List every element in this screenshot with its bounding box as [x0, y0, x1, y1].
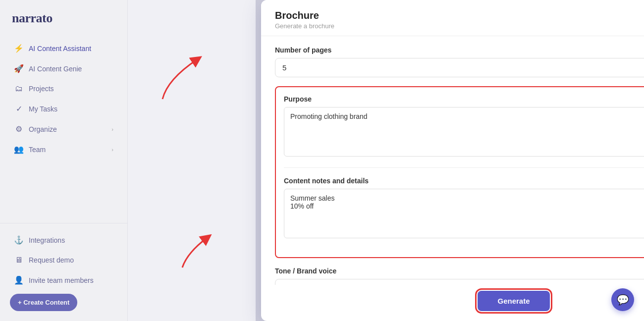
purpose-textarea-wrap: Promoting clothing brand	[284, 107, 644, 159]
sidebar-item-integrations[interactable]: ⚓ Integrations	[4, 230, 123, 250]
sidebar-item-label: Integrations	[29, 236, 65, 244]
modal-header-left: Brochure Generate a brochure	[275, 10, 334, 30]
annotation-arrow-2	[177, 233, 227, 274]
tone-select[interactable]: Friendly Professional Casual Formal Witt…	[275, 279, 644, 285]
sidebar-item-label: Request demo	[29, 256, 74, 264]
content-char-count: 20 / 10000	[284, 242, 644, 249]
sidebar-item-ai-content-assistant[interactable]: ⚡ AI Content Assistant	[4, 39, 123, 58]
purpose-label: Purpose	[284, 95, 644, 103]
modal-header: Brochure Generate a brochure ×	[261, 0, 644, 36]
sidebar-item-label: Invite team members	[29, 276, 94, 284]
section-divider	[284, 167, 644, 168]
modal-body: Number of pages ▲ ▼ Purpose Promoting c	[261, 36, 644, 285]
sidebar-item-label: AI Content Assistant	[29, 45, 91, 53]
sidebar-nav: ⚡ AI Content Assistant 🚀 AI Content Geni…	[0, 34, 127, 223]
ai-assistant-icon: ⚡	[14, 44, 24, 53]
purpose-char-count: 24 / 10000	[284, 160, 644, 167]
chevron-down-icon: ›	[111, 126, 113, 132]
number-of-pages-group: Number of pages ▲ ▼	[275, 46, 644, 77]
modal-backdrop: Brochure Generate a brochure × Number of…	[256, 0, 644, 321]
sidebar-item-organize[interactable]: ⚙ Organize ›	[4, 119, 123, 139]
logo-area: nаrrato	[0, 0, 127, 34]
modal-subtitle: Generate a brochure	[275, 22, 334, 30]
tasks-icon: ✓	[14, 104, 24, 113]
sidebar-item-my-tasks[interactable]: ✓ My Tasks	[4, 99, 123, 118]
brochure-modal: Brochure Generate a brochure × Number of…	[261, 0, 644, 321]
sidebar-item-request-demo[interactable]: 🖥 Request demo	[4, 251, 123, 269]
content-notes-label: Content notes and details	[284, 177, 644, 185]
annotation-arrow-1	[158, 50, 222, 111]
chat-bubble-button[interactable]: 💬	[611, 288, 634, 311]
purpose-textarea[interactable]: Promoting clothing brand	[284, 107, 644, 157]
ai-genie-icon: 🚀	[14, 64, 24, 73]
sidebar: nаrrato ⚡ AI Content Assistant 🚀 AI Cont…	[0, 0, 128, 321]
sidebar-item-team[interactable]: 👥 Team ›	[4, 140, 123, 159]
team-icon: 👥	[14, 145, 24, 154]
organize-icon: ⚙	[14, 124, 24, 134]
sidebar-item-label: Team	[29, 146, 46, 154]
content-notes-textarea[interactable]: Summer sales 10% off	[284, 189, 644, 238]
sidebar-item-projects[interactable]: 🗂 Projects	[4, 79, 123, 98]
sidebar-item-label: Organize	[29, 125, 57, 133]
sidebar-item-label: Projects	[29, 85, 54, 93]
generate-button[interactable]: Generate	[478, 291, 549, 311]
content-textarea-wrap: Summer sales 10% off	[284, 189, 644, 240]
tone-label: Tone / Brand voice	[275, 267, 644, 275]
sidebar-bottom: ⚓ Integrations 🖥 Request demo 👤 Invite t…	[0, 223, 127, 321]
chat-icon: 💬	[617, 294, 629, 306]
integrations-icon: ⚓	[14, 235, 24, 245]
red-outline-section: Purpose Promoting clothing brand 24 / 10…	[275, 86, 644, 258]
sidebar-item-ai-content-genie[interactable]: 🚀 AI Content Genie	[4, 59, 123, 78]
modal-footer: Generate	[261, 285, 644, 321]
tone-group: Tone / Brand voice Friendly Professional…	[275, 267, 644, 285]
sidebar-item-label: AI Content Genie	[29, 65, 82, 73]
projects-icon: 🗂	[14, 84, 24, 93]
app-logo: nаrrato	[12, 11, 53, 25]
number-of-pages-input[interactable]	[275, 58, 644, 77]
number-input-wrap: ▲ ▼	[275, 58, 644, 77]
sidebar-item-label: My Tasks	[29, 105, 57, 113]
tone-select-wrap: Friendly Professional Casual Formal Witt…	[275, 279, 644, 285]
invite-icon: 👤	[14, 275, 24, 285]
modal-title: Brochure	[275, 10, 334, 21]
chevron-down-icon: ›	[111, 147, 113, 153]
sidebar-item-invite-team[interactable]: 👤 Invite team members	[4, 270, 123, 290]
number-of-pages-label: Number of pages	[275, 46, 644, 54]
request-demo-icon: 🖥	[14, 256, 24, 265]
create-content-button[interactable]: + Create Content	[10, 294, 77, 311]
